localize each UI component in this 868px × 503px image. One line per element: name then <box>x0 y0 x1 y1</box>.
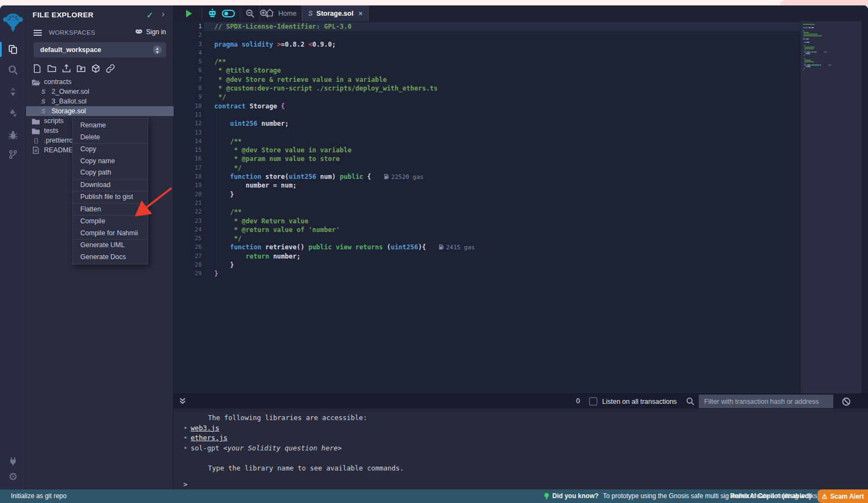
line-number-gutter: 1234567891011121314151617181920212223242… <box>174 22 202 279</box>
tab-home[interactable]: Home <box>259 5 302 21</box>
terminal-line: •web3.js <box>183 423 404 434</box>
tree-item-3-ballot-sol[interactable]: S3_Ballot.sol <box>26 96 174 106</box>
panel-title: FILE EXPLORER <box>33 11 93 19</box>
zoom-out-button[interactable] <box>243 5 257 21</box>
context-menu-rename[interactable]: Rename <box>73 120 148 132</box>
editor-toolbar: HomeSStorage.sol× <box>174 5 868 21</box>
tree-item-storage-sol[interactable]: SStorage.sol <box>26 106 174 116</box>
tree-item-label: scripts <box>44 117 63 125</box>
code-line-16: * @param num value to store <box>214 154 475 163</box>
terminal-output[interactable]: The following libraries are accessible:•… <box>174 409 868 489</box>
new-folder-icon[interactable] <box>47 64 56 73</box>
context-menu-download[interactable]: Download <box>73 179 148 191</box>
workspace-menu-icon[interactable] <box>34 29 42 38</box>
browser-top-pill <box>780 0 868 5</box>
context-menu-publish-file-to-gist[interactable]: Publish file to gist <box>73 191 148 203</box>
terminal-line: •ethers.js <box>183 433 404 443</box>
play-button[interactable] <box>181 5 196 21</box>
context-menu-delete[interactable]: Delete <box>73 132 148 144</box>
upload-folder-icon[interactable] <box>76 64 86 73</box>
terminal-prompt[interactable]: > <box>183 480 188 488</box>
code-line-29: } <box>214 269 475 278</box>
remixai-robot-icon[interactable] <box>205 5 219 21</box>
close-icon[interactable]: × <box>358 9 362 18</box>
context-menu-generate-docs[interactable]: Generate Docs <box>73 252 148 263</box>
tab-storage-sol[interactable]: SStorage.sol× <box>302 5 368 21</box>
context-menu-generate-uml[interactable]: Generate UML <box>73 240 148 252</box>
workspace-name: default_workspace <box>40 46 101 54</box>
terminal-line: The following libraries are accessible: <box>183 413 404 423</box>
json-braces-icon: { } <box>31 137 40 144</box>
code-line-4 <box>214 49 475 57</box>
tree-item-2-owner-sol[interactable]: S2_Owner.sol <box>26 87 174 96</box>
github-sign-in[interactable]: Sign in <box>135 28 166 36</box>
terminal-line <box>183 453 404 463</box>
expand-terminal-icon[interactable] <box>179 397 186 407</box>
code-line-15: * @dev Store value in variable <box>214 146 475 154</box>
code-editor[interactable]: 1234567891011121314151617181920212223242… <box>174 21 868 394</box>
clear-console-icon[interactable] <box>842 397 851 408</box>
sign-in-label: Sign in <box>146 28 166 36</box>
code-line-28: } <box>214 261 475 269</box>
context-menu-copy[interactable]: Copy <box>73 144 148 156</box>
code-line-12: uint256 number; <box>214 119 475 128</box>
code-line-20: } <box>214 190 475 199</box>
code-line-7: * @dev Store & retrieve value in a varia… <box>214 75 475 84</box>
folder-icon <box>31 127 40 135</box>
check-icon: ✓ <box>146 10 154 20</box>
listen-checkbox[interactable] <box>589 397 597 405</box>
code-line-24: * @return value of 'number' <box>214 225 475 234</box>
new-file-icon[interactable] <box>33 64 42 73</box>
ipfs-cube-icon[interactable] <box>91 64 100 73</box>
solidity-file-icon: S <box>39 108 48 114</box>
git-init-button[interactable]: Initialize as git repo <box>11 492 67 500</box>
search-icon[interactable] <box>0 61 26 79</box>
deploy-run-icon[interactable] <box>0 104 26 122</box>
code-line-27: return number; <box>214 252 475 261</box>
chevron-right-icon[interactable]: › <box>162 9 164 19</box>
scam-alert-button[interactable]: ⚠ Scam Alert <box>818 489 868 503</box>
tree-item-label: 2_Owner.sol <box>52 88 89 95</box>
remix-logo-icon[interactable] <box>2 12 24 35</box>
remixai-toggle[interactable] <box>220 5 237 21</box>
code-line-10: contract Storage { <box>214 102 475 111</box>
link-icon[interactable] <box>106 64 115 73</box>
caret-updown-icon: ▲▼ <box>153 46 162 54</box>
scam-alert-label: Scam Alert <box>830 493 864 500</box>
tree-item-contracts[interactable]: contracts <box>26 77 174 87</box>
code-line-5: /** <box>214 57 475 66</box>
code-line-8: * @custom:dev-run-script ./scripts/deplo… <box>214 84 475 93</box>
code-line-17: */ <box>214 164 475 172</box>
terminal-link-ethers-js[interactable]: ethers.js <box>191 434 228 442</box>
context-menu-copy-path[interactable]: Copy path <box>73 167 148 179</box>
solidity-compiler-icon[interactable] <box>0 82 26 101</box>
transaction-count: 0 <box>576 397 580 405</box>
transaction-filter-input[interactable] <box>699 395 833 408</box>
context-menu-compile[interactable]: Compile <box>73 216 148 228</box>
editor-right-edge <box>861 21 868 394</box>
code-line-1: // SPDX-License-Identifier: GPL-3.0 <box>214 22 475 31</box>
code-line-19: number = num; <box>214 181 475 190</box>
terminal-search-icon[interactable] <box>686 397 694 408</box>
context-menu-compile-for-nahmii[interactable]: Compile for Nahmii <box>73 228 148 240</box>
code-line-22: /** <box>214 208 475 216</box>
git-icon[interactable] <box>0 145 26 164</box>
context-menu-copy-name[interactable]: Copy name <box>73 156 148 167</box>
terminal-link-web3-js[interactable]: web3.js <box>191 424 220 432</box>
file-explorer-icon[interactable] <box>0 40 26 59</box>
file-context-menu: RenameDeleteCopyCopy nameCopy pathDownlo… <box>72 118 148 265</box>
remix-app-window: ⚙ FILE EXPLORER ✓ › WORKSPACES Sign in d… <box>0 5 868 503</box>
upload-file-icon[interactable] <box>62 64 71 73</box>
context-menu-flatten[interactable]: Flatten <box>73 204 148 216</box>
debugger-icon[interactable] <box>0 126 26 144</box>
code-line-11 <box>214 111 475 119</box>
settings-icon[interactable]: ⚙ <box>0 467 26 486</box>
terminal-toolbar: 0 Listen on all transactions <box>174 394 868 409</box>
copilot-status[interactable]: RemixAI Copilot (enabled) <box>730 492 811 500</box>
file-icon <box>31 146 40 154</box>
workspace-select[interactable]: default_workspace ▲▼ <box>34 42 166 57</box>
listen-label[interactable]: Listen on all transactions <box>602 398 677 405</box>
code-line-25: */ <box>214 234 475 243</box>
tree-item-label: tests <box>44 127 58 134</box>
minimap[interactable] <box>801 21 861 394</box>
